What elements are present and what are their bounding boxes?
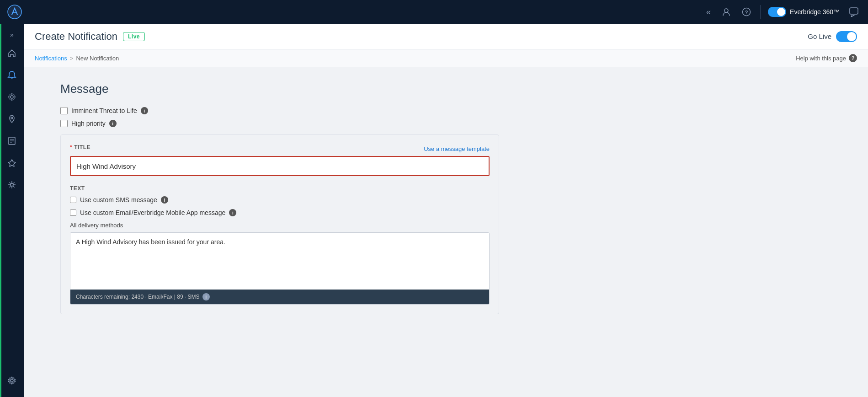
high-priority-label: High priority — [71, 120, 106, 127]
everbridge-mode-switch[interactable] — [768, 7, 786, 17]
content-area: Create Notification Live Go Live Notific… — [24, 24, 868, 397]
imminent-threat-checkbox[interactable] — [60, 107, 68, 114]
custom-email-label: Use custom Email/Everbridge Mobile App m… — [80, 209, 225, 216]
sidebar-toggle[interactable]: » — [0, 27, 24, 42]
textarea-footer: Characters remaining: 2430 · Email/Fax |… — [70, 290, 489, 304]
help-link[interactable]: Help with this page ? — [796, 54, 857, 62]
custom-sms-checkbox[interactable] — [70, 197, 76, 203]
custom-sms-label: Use custom SMS message — [80, 196, 157, 204]
top-nav-right: « ? Everbridge 360™ — [704, 5, 861, 19]
title-row: * TITLE Use a message template — [70, 144, 490, 153]
form-content: Message Imminent Threat to Life i High p… — [24, 67, 868, 397]
breadcrumb-current: New Notification — [76, 55, 119, 62]
svg-point-16 — [11, 183, 13, 186]
custom-email-checkbox[interactable] — [70, 209, 76, 216]
required-star: * — [70, 144, 72, 150]
app-logo[interactable] — [7, 5, 22, 19]
characters-remaining-text: Characters remaining: 2430 · Email/Fax |… — [76, 294, 200, 300]
sidebar-item-settings[interactable] — [2, 370, 22, 391]
top-nav-left — [7, 5, 22, 19]
go-live-label: Go Live — [808, 32, 831, 40]
breadcrumb-separator: > — [70, 55, 74, 62]
message-section: Message Imminent Threat to Life i High p… — [60, 82, 499, 314]
sidebar-item-incidents[interactable] — [2, 87, 22, 107]
sidebar-accent-bar — [0, 24, 1, 397]
high-priority-row: High priority i — [60, 120, 499, 127]
custom-email-info-icon[interactable]: i — [229, 209, 236, 216]
custom-sms-row: Use custom SMS message i — [70, 196, 490, 204]
svg-point-11 — [11, 117, 13, 119]
sidebar-item-map[interactable] — [2, 109, 22, 129]
svg-text:?: ? — [745, 10, 748, 15]
sidebar-item-home[interactable] — [2, 43, 22, 63]
everbridge-360-toggle[interactable]: Everbridge 360™ — [768, 7, 840, 17]
breadcrumb: Notifications > New Notification — [35, 55, 119, 62]
main-layout: » — [0, 24, 868, 397]
page-title: Create Notification — [35, 31, 117, 43]
page-header: Create Notification Live Go Live — [24, 24, 868, 49]
custom-sms-info-icon[interactable]: i — [161, 196, 168, 204]
svg-rect-4 — [850, 8, 858, 14]
breadcrumb-notifications-link[interactable]: Notifications — [35, 55, 67, 62]
help-circle-icon: ? — [849, 54, 857, 62]
everbridge-label: Everbridge 360™ — [790, 8, 840, 16]
message-text-area-wrapper: A High Wind Advisory has been issued for… — [70, 232, 490, 305]
go-live-section: Go Live — [808, 31, 857, 42]
nav-divider — [760, 5, 761, 19]
title-field-label: * TITLE — [70, 144, 91, 150]
svg-point-6 — [9, 94, 15, 100]
sidebar-item-integrations[interactable] — [2, 175, 22, 195]
imminent-threat-label: Imminent Threat to Life — [71, 107, 137, 114]
section-title: Message — [60, 82, 499, 96]
sidebar-item-launch[interactable] — [2, 153, 22, 173]
text-section: TEXT Use custom SMS message i Use custom… — [70, 185, 490, 305]
svg-point-25 — [11, 379, 13, 382]
chat-button[interactable] — [847, 5, 861, 19]
svg-point-5 — [11, 96, 13, 98]
high-priority-info-icon[interactable]: i — [109, 120, 117, 127]
svg-line-21 — [9, 182, 11, 184]
live-badge: Live — [123, 32, 145, 41]
text-section-label: TEXT — [70, 185, 490, 192]
svg-line-24 — [9, 186, 11, 188]
form-panel: * TITLE Use a message template TEXT Use … — [60, 134, 499, 314]
high-priority-checkbox[interactable] — [60, 120, 68, 127]
top-navbar: « ? Everbridge 360™ — [0, 0, 868, 24]
all-delivery-label: All delivery methods — [70, 222, 490, 229]
use-template-link[interactable]: Use a message template — [424, 145, 490, 152]
message-textarea[interactable]: A High Wind Advisory has been issued for… — [70, 233, 489, 288]
user-button[interactable] — [720, 5, 733, 18]
back-button[interactable]: « — [704, 5, 713, 19]
page-header-left: Create Notification Live — [35, 31, 145, 43]
svg-line-23 — [13, 182, 15, 184]
sidebar: » — [0, 24, 24, 397]
title-label-text: TITLE — [74, 144, 91, 150]
breadcrumb-bar: Notifications > New Notification Help wi… — [24, 49, 868, 67]
imminent-threat-info-icon[interactable]: i — [141, 107, 148, 114]
help-link-text: Help with this page — [796, 55, 846, 62]
svg-point-1 — [724, 9, 728, 12]
svg-line-22 — [13, 186, 15, 188]
sidebar-item-reports[interactable] — [2, 131, 22, 151]
sidebar-item-notifications[interactable] — [2, 65, 22, 85]
help-button[interactable]: ? — [740, 5, 753, 18]
custom-email-row: Use custom Email/Everbridge Mobile App m… — [70, 209, 490, 216]
go-live-toggle-switch[interactable] — [836, 31, 857, 42]
title-input[interactable] — [70, 156, 490, 176]
imminent-threat-row: Imminent Threat to Life i — [60, 107, 499, 114]
sidebar-bottom — [2, 370, 22, 397]
characters-info-icon[interactable]: i — [202, 293, 210, 300]
